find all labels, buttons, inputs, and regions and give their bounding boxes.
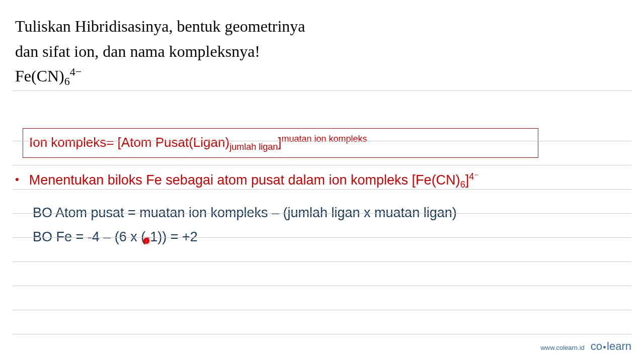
divider bbox=[13, 90, 631, 91]
bullet-sup: 4⁻ bbox=[469, 171, 479, 182]
logo-post: learn bbox=[607, 340, 631, 352]
divider bbox=[13, 213, 631, 214]
footer: www.colearn.id colearn bbox=[540, 340, 631, 353]
bullet-prefix: Menentukan biloks Fe sebagai atom pusat … bbox=[29, 172, 460, 188]
formula-superscript: 4− bbox=[70, 65, 82, 78]
formula-definition-box: Ion kompleks= [Atom Pusat(Ligan)jumlah l… bbox=[23, 128, 538, 158]
logo-dot-icon bbox=[603, 346, 606, 348]
divider bbox=[13, 189, 631, 190]
divider bbox=[13, 165, 631, 165]
redbox-sub: jumlah ligan bbox=[229, 142, 278, 152]
bullet-marker: • bbox=[15, 173, 19, 186]
ion-complex-definition: Ion kompleks= [Atom Pusat(Ligan)jumlah l… bbox=[29, 135, 367, 150]
chemical-formula: Fe(CN)64− bbox=[15, 65, 629, 88]
divider bbox=[13, 141, 631, 141]
logo-pre: co bbox=[591, 340, 602, 352]
footer-url: www.colearn.id bbox=[540, 344, 584, 351]
divider bbox=[13, 237, 631, 238]
divider bbox=[13, 310, 631, 310]
bullet-heading: Menentukan biloks Fe sebagai atom pusat … bbox=[29, 171, 479, 190]
question-line-1: Tuliskan Hibridisasinya, bentuk geometri… bbox=[15, 15, 629, 38]
redbox-sup: muatan ion kompleks bbox=[281, 134, 367, 144]
laser-pointer-icon bbox=[143, 238, 149, 244]
bullet-sub: 6 bbox=[460, 179, 465, 190]
bullet-item: • Menentukan biloks Fe sebagai atom pusa… bbox=[15, 171, 629, 190]
divider bbox=[13, 261, 631, 262]
footer-logo: colearn bbox=[591, 340, 631, 353]
divider bbox=[13, 286, 631, 286]
question-line-2: dan sifat ion, dan nama kompleksnya! bbox=[15, 40, 629, 63]
formula-base: Fe(CN) bbox=[15, 66, 64, 84]
divider bbox=[13, 334, 631, 334]
formula-subscript: 6 bbox=[64, 75, 70, 87]
redbox-prefix: Ion kompleks= [Atom Pusat(Ligan) bbox=[29, 135, 229, 150]
